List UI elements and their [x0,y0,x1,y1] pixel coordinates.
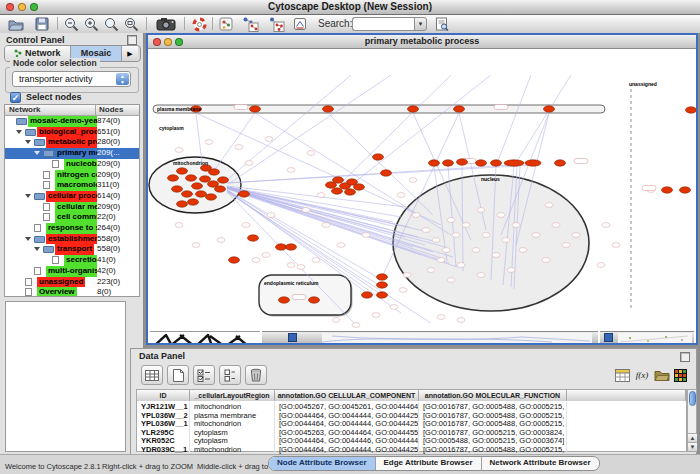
network-node-unselected[interactable] [397,193,405,198]
tree-row[interactable]: nitrogen compo209(0) [5,170,139,181]
save-button[interactable] [30,16,54,32]
network-node-unselected[interactable] [307,151,315,156]
network-node-unselected[interactable] [562,243,570,248]
zoom-fit-button[interactable] [120,16,142,32]
new-attribute-button[interactable] [167,365,189,385]
tree-row[interactable]: response to stimul264(0) [5,223,139,234]
tree-node-label[interactable]: primary metabol [55,148,97,159]
table-cell[interactable]: [GO:0016787, GO:0005488, GO:0005215, G..… [419,445,567,454]
network-node-selected[interactable] [443,160,454,166]
select-nodes-checkbox[interactable]: ✓ [10,92,21,103]
open-button[interactable] [4,16,28,32]
network-node-unselected[interactable] [412,213,420,218]
network-node-pill[interactable] [574,159,588,164]
network-node-unselected[interactable] [252,258,260,263]
network-node-selected[interactable] [377,292,388,298]
network-node-selected[interactable] [504,160,524,166]
tree-expand-icon[interactable] [16,130,22,134]
tree-node-label[interactable]: transport [55,244,94,255]
tree-node-label[interactable]: biological_process [37,127,97,138]
network-node-selected[interactable] [408,106,419,112]
search-dropdown-arrow[interactable]: ▼ [414,17,427,31]
scrollbar-thumb[interactable] [689,391,696,406]
tree-col-network[interactable]: Network [9,105,41,115]
network-node-pill[interactable] [292,295,306,300]
network-node-selected[interactable] [332,188,343,194]
network-node-selected[interactable] [177,168,188,174]
attribute-grid-button[interactable] [141,365,163,385]
tab-node-attribute-browser[interactable]: Node Attribute Browser [269,457,376,470]
tree-expand-icon[interactable] [25,194,31,198]
zoom-selected-button[interactable] [100,16,122,32]
network-node-unselected[interactable] [552,223,560,228]
network-node-unselected[interactable] [602,223,610,228]
network-node-unselected[interactable] [542,258,550,263]
network-node-selected[interactable] [192,183,203,189]
network-node-unselected[interactable] [572,233,580,238]
tree-row[interactable]: nucleobase-209(0) [5,159,139,170]
import-attributes-button[interactable] [653,366,671,384]
network-node-selected[interactable] [239,191,250,197]
network-node-unselected[interactable] [337,243,345,248]
tree-row[interactable]: macromolecule311(0) [5,180,139,191]
network-node-unselected[interactable] [399,288,407,293]
scroll-up-arrow[interactable]: ▲ [688,433,697,442]
network-node-unselected[interactable] [492,253,500,258]
tree-node-label[interactable]: multi-organism pro [46,266,97,277]
background-window-fragment[interactable] [262,331,598,343]
network-node-pill[interactable] [234,105,248,110]
tree-row[interactable]: establishment of lo558(0) [5,234,139,245]
help-button[interactable] [188,16,210,32]
annotations-button[interactable] [290,16,310,32]
tree-node-label[interactable]: unassigned [37,277,85,288]
network-node-unselected[interactable] [432,238,440,243]
network-node-unselected[interactable] [462,223,470,228]
network-edge[interactable] [211,113,255,175]
network-node-unselected[interactable] [477,208,485,213]
node-color-dropdown[interactable]: transporter activity ▲▼ [12,71,131,87]
tree-col-nodes[interactable]: Nodes [99,105,123,115]
tree-expand-icon[interactable] [25,237,31,241]
network-node-unselected[interactable] [472,248,480,253]
tree-row[interactable]: secretion41(0) [5,255,139,266]
table-column-header[interactable]: _cellularLayoutRegion [190,390,275,401]
tree-node-label[interactable]: cellular metabo [55,202,97,213]
tree-column-divider[interactable] [95,105,96,116]
tree-node-label[interactable]: cell communicat [55,212,97,223]
network-node-unselected[interactable] [477,273,485,278]
network-node-selected[interactable] [381,170,392,176]
network-node-selected[interactable] [200,176,211,182]
network-node-unselected[interactable] [457,263,465,268]
table-column-header[interactable]: annotation.GO MOLECULAR_FUNCTION [419,390,567,401]
network-node-selected[interactable] [229,257,240,263]
tree-node-label[interactable]: mosaic-demo-yeast [28,116,97,127]
network-node-unselected[interactable] [175,223,183,228]
network-node-selected[interactable] [188,199,199,205]
network-node-selected[interactable] [476,160,487,166]
network-node-selected[interactable] [345,189,356,195]
network-node-unselected[interactable] [507,268,515,273]
network-node-selected[interactable] [354,184,365,190]
search-input[interactable] [352,17,421,31]
network-node-selected[interactable] [333,177,344,183]
network-node-selected[interactable] [362,292,373,298]
network-node-unselected[interactable] [287,263,295,268]
background-window-fragment[interactable] [150,331,260,343]
network-node-unselected[interactable] [427,268,435,273]
network-node-pill[interactable] [642,186,656,191]
network-node-unselected[interactable] [322,223,330,228]
heatmap-button[interactable] [671,366,689,384]
network-node-unselected[interactable] [545,203,553,208]
tree-node-label[interactable]: establishment of lo [46,234,97,245]
network-node-unselected[interactable] [362,233,370,238]
tree-node-label[interactable]: nucleobase- [64,159,97,170]
network-edge[interactable] [496,75,531,166]
network-node-unselected[interactable] [317,193,325,198]
network-node-selected[interactable] [276,244,287,250]
network-node-unselected[interactable] [262,253,270,258]
network-tree-header[interactable]: Network Nodes [5,105,139,116]
network-node-unselected[interactable] [192,243,200,248]
scroll-down-arrow[interactable]: ▼ [688,442,697,451]
tree-expand-icon[interactable] [34,247,40,251]
tree-node-label[interactable]: secretion [64,255,97,266]
